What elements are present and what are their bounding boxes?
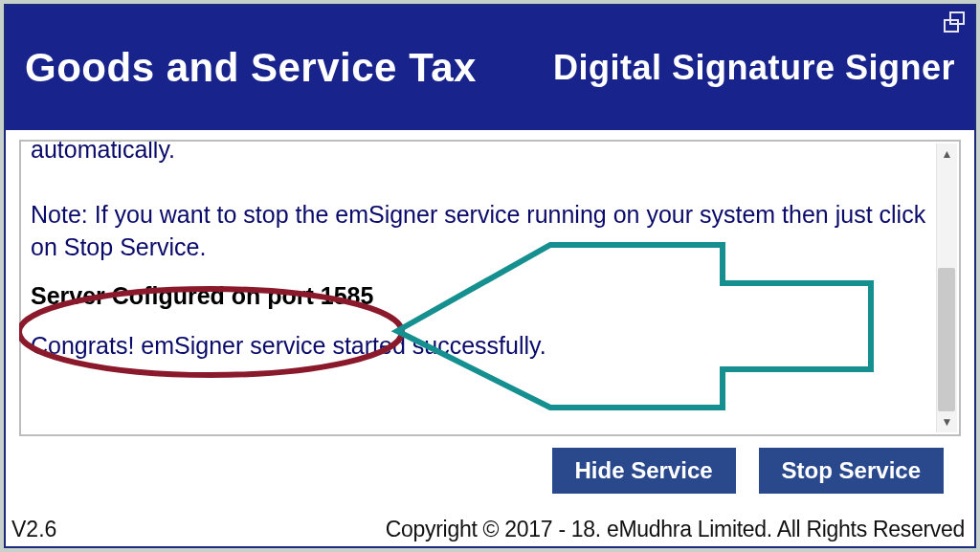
content-area: automatically. Note: If you want to stop…: [6, 130, 974, 517]
scrollbar[interactable]: ▲ ▼: [936, 144, 957, 432]
scroll-down-icon[interactable]: ▼: [937, 411, 957, 432]
version-label: V2.6: [11, 517, 56, 542]
log-line-success: Congrats! emSigner service started succe…: [31, 330, 932, 363]
button-row: Hide Service Stop Service: [19, 436, 961, 499]
window-controls: [944, 11, 965, 36]
log-textarea[interactable]: automatically. Note: If you want to stop…: [19, 140, 961, 436]
restore-icon[interactable]: [944, 11, 965, 33]
title-bar: Goods and Service Tax Digital Signature …: [6, 6, 974, 130]
log-line-note: Note: If you want to stop the emSigner s…: [31, 199, 932, 264]
log-line-partial: automatically.: [31, 140, 932, 166]
app-title-left: Goods and Service Tax: [25, 45, 477, 91]
hide-service-button[interactable]: Hide Service: [552, 448, 736, 494]
app-window: Goods and Service Tax Digital Signature …: [4, 4, 976, 548]
copyright-label: Copyright © 2017 - 18. eMudhra Limited. …: [386, 517, 965, 542]
log-content: automatically. Note: If you want to stop…: [21, 142, 959, 368]
stop-service-button[interactable]: Stop Service: [759, 448, 944, 494]
scroll-thumb[interactable]: [938, 268, 955, 411]
footer: V2.6 Copyright © 2017 - 18. eMudhra Limi…: [6, 517, 974, 546]
app-title-right: Digital Signature Signer: [553, 48, 955, 88]
log-line-status: Server Cofigured on port 1585: [31, 280, 932, 313]
scroll-up-icon[interactable]: ▲: [937, 144, 957, 165]
